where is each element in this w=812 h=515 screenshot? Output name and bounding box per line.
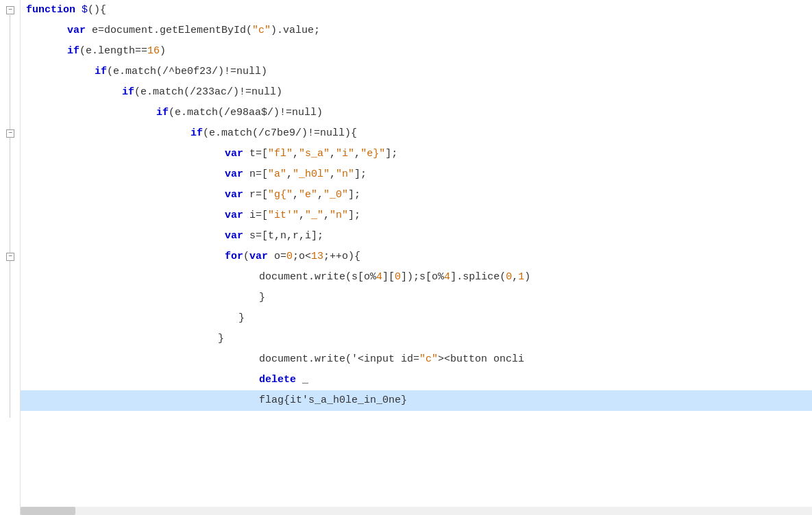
code-line-12: var s=[t,n,r,i];: [21, 226, 812, 247]
code-text: ];: [385, 144, 397, 164]
string-c: "c": [252, 21, 271, 41]
string-underscore: "_": [305, 205, 323, 226]
fold-marker-2[interactable]: −: [6, 129, 14, 138]
code-text: (e.match(/e98aa$/)!=null): [169, 103, 323, 123]
code-text: ,: [354, 144, 360, 164]
keyword-if: if: [122, 82, 134, 103]
code-line-19: delete _: [21, 370, 812, 390]
code-editor: − − − function $(){ var e=document.getEl…: [0, 0, 812, 515]
code-text: ,: [299, 205, 305, 226]
code-line-18: document.write('<input id="c"><button on…: [21, 349, 812, 370]
code-text: %: [370, 267, 376, 288]
scrollbar[interactable]: [21, 507, 812, 515]
string-n: "n": [336, 164, 354, 185]
code-text: ];: [348, 185, 360, 205]
code-text: (: [243, 247, 249, 267]
string-i: "i": [336, 144, 354, 164]
string-c2: "c": [419, 349, 438, 370]
code-text: ];: [348, 205, 360, 226]
gutter: − − −: [0, 0, 21, 515]
code-line-15: }: [21, 288, 812, 308]
code-line-20: flag{it's_a_h0le_in_0ne}: [21, 390, 812, 411]
code-text: (e.match(/^be0f23/)!=null): [107, 62, 267, 82]
code-text: ).value;: [271, 21, 320, 41]
string-0: "_0": [323, 185, 348, 205]
code-line-5: if(e.match(/233ac/)!=null): [21, 82, 812, 103]
string-e2: "e": [299, 185, 317, 205]
code-text: ;o<: [293, 247, 311, 267]
code-line-10: var r=["g{","e","_0"];: [21, 185, 812, 205]
code-text: (e.match(/233ac/)!=null): [134, 82, 282, 103]
number-0: 0: [286, 247, 293, 267]
code-line-16: }: [21, 308, 812, 329]
code-text: ,: [293, 185, 299, 205]
code-line-1: function $(){: [21, 0, 812, 21]
code-text: t=[: [243, 144, 268, 164]
keyword-delete: delete: [259, 370, 296, 390]
code-text: ;++o){: [323, 247, 360, 267]
keyword-var: var: [225, 185, 243, 205]
keyword-var: var: [225, 226, 243, 247]
code-text: }: [238, 308, 245, 329]
keyword-for: for: [225, 247, 243, 267]
number-0b: 0: [506, 267, 512, 288]
number-16: 16: [147, 41, 160, 62]
code-text: ].splice(: [450, 267, 506, 288]
code-text: ]);s[o%: [401, 267, 444, 288]
number-0a: 0: [395, 267, 401, 288]
code-text: ><button oncli: [438, 349, 524, 370]
fold-line-2: [10, 138, 10, 266]
code-text: ][: [382, 267, 395, 288]
number-1: 1: [518, 267, 524, 288]
code-line-14: document.write(s[o%4][0]);s[o%4].splice(…: [21, 267, 812, 288]
code-text: ): [160, 41, 166, 62]
number-4b: 4: [444, 267, 450, 288]
code-text: (){: [88, 0, 106, 21]
fold-marker-3[interactable]: −: [6, 253, 14, 261]
keyword-var2: var: [249, 247, 268, 267]
keyword-var: var: [225, 144, 243, 164]
code-text: }: [218, 329, 224, 349]
string-h0l: "_h0l": [293, 164, 330, 185]
keyword-if: if: [190, 123, 203, 144]
string-fl: "fl": [268, 144, 293, 164]
code-text: }: [259, 288, 265, 308]
code-line-7: if(e.match(/c7be9/)!=null){: [21, 123, 812, 144]
code-area: function $(){ var e=document.getElementB…: [21, 0, 812, 515]
code-line-6: if(e.match(/e98aa$/)!=null): [21, 103, 812, 123]
code-text: (e.match(/c7be9/)!=null){: [203, 123, 357, 144]
fold-marker-1[interactable]: −: [6, 6, 14, 14]
number-13: 13: [311, 247, 323, 267]
code-line-8: var t=["fl","s_a","i","e}"];: [21, 144, 812, 164]
fold-line-3: [10, 262, 10, 303]
code-text: e=document.getElementById(: [86, 21, 252, 41]
scroll-thumb[interactable]: [21, 507, 75, 515]
keyword-if: if: [156, 103, 169, 123]
code-text: ): [524, 267, 530, 288]
string-it: "it'": [268, 205, 299, 226]
keyword-function: function: [26, 0, 75, 21]
code-text: document.write(s[o: [259, 267, 370, 288]
code-line-17: }: [21, 329, 812, 349]
code-text: ];: [354, 164, 367, 185]
keyword-if: if: [67, 41, 79, 62]
code-text: ,: [286, 164, 293, 185]
code-text: _: [296, 370, 308, 390]
code-text: ,: [330, 144, 336, 164]
code-text: [75, 0, 82, 21]
fn-name: $: [82, 0, 88, 21]
code-line-4: if(e.match(/^be0f23/)!=null): [21, 62, 812, 82]
code-text: document.write('<input id=: [259, 349, 419, 370]
code-text: ,: [512, 267, 518, 288]
code-text: (e.length==: [79, 41, 147, 62]
number-4: 4: [376, 267, 382, 288]
flag-text: flag{it's_a_h0le_in_0ne}: [259, 390, 407, 411]
string-g: "g{": [268, 185, 293, 205]
code-line-9: var n=["a","_h0l","n"];: [21, 164, 812, 185]
string-n2: "n": [330, 205, 348, 226]
code-text: i=[: [243, 205, 268, 226]
code-text: s=[t,n,r,i];: [243, 226, 323, 247]
string-e: "e}": [360, 144, 385, 164]
code-text: n=[: [243, 164, 268, 185]
code-text: ,: [293, 144, 299, 164]
